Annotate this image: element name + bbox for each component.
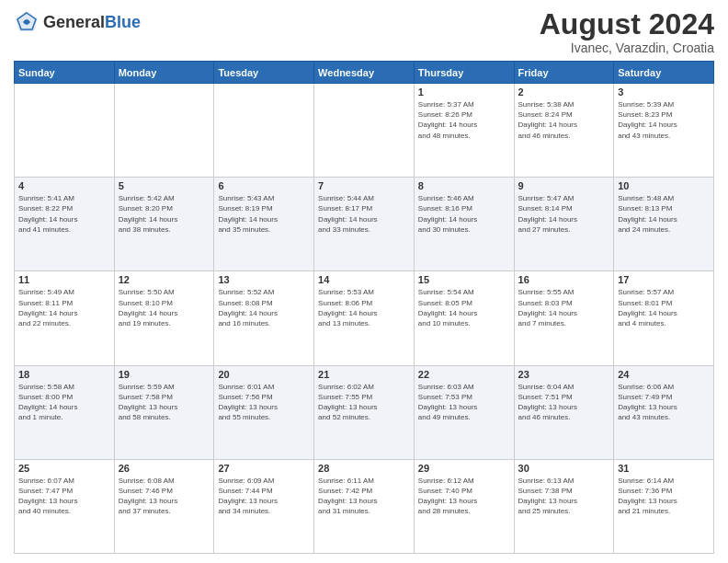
day-info-11: Sunrise: 5:49 AM Sunset: 8:11 PM Dayligh… <box>18 287 110 328</box>
calendar-cell-w1-d2 <box>114 84 214 178</box>
calendar-cell-w2-d7: 10Sunrise: 5:48 AM Sunset: 8:13 PM Dayli… <box>614 178 714 271</box>
day-number-3: 3 <box>618 86 710 98</box>
day-info-25: Sunrise: 6:07 AM Sunset: 7:47 PM Dayligh… <box>18 476 110 517</box>
day-number-16: 16 <box>518 274 610 285</box>
title-month: August 2024 <box>540 9 714 39</box>
day-info-6: Sunrise: 5:43 AM Sunset: 8:19 PM Dayligh… <box>218 193 310 235</box>
day-info-9: Sunrise: 5:47 AM Sunset: 8:14 PM Dayligh… <box>518 193 610 235</box>
header-saturday: Saturday <box>614 62 714 84</box>
day-info-29: Sunrise: 6:12 AM Sunset: 7:40 PM Dayligh… <box>418 476 510 517</box>
day-info-7: Sunrise: 5:44 AM Sunset: 8:17 PM Dayligh… <box>318 193 410 235</box>
week-row-5: 25Sunrise: 6:07 AM Sunset: 7:47 PM Dayli… <box>15 459 714 553</box>
calendar-table: Sunday Monday Tuesday Wednesday Thursday… <box>14 61 714 554</box>
day-info-10: Sunrise: 5:48 AM Sunset: 8:13 PM Dayligh… <box>618 193 710 235</box>
day-number-4: 4 <box>18 180 110 191</box>
calendar-cell-w2-d4: 7Sunrise: 5:44 AM Sunset: 8:17 PM Daylig… <box>314 178 415 271</box>
day-info-12: Sunrise: 5:50 AM Sunset: 8:10 PM Dayligh… <box>119 287 210 328</box>
header-monday: Monday <box>114 62 214 84</box>
calendar-cell-w1-d5: 1Sunrise: 5:37 AM Sunset: 8:26 PM Daylig… <box>414 84 514 178</box>
calendar-cell-w3-d4: 14Sunrise: 5:53 AM Sunset: 8:06 PM Dayli… <box>314 271 415 365</box>
day-info-13: Sunrise: 5:52 AM Sunset: 8:08 PM Dayligh… <box>218 287 310 328</box>
day-number-24: 24 <box>618 369 710 380</box>
calendar-cell-w5-d7: 31Sunrise: 6:14 AM Sunset: 7:36 PM Dayli… <box>614 459 714 553</box>
day-number-8: 8 <box>418 180 510 191</box>
header-friday: Friday <box>514 62 614 84</box>
calendar-cell-w3-d7: 17Sunrise: 5:57 AM Sunset: 8:01 PM Dayli… <box>614 271 714 365</box>
day-info-4: Sunrise: 5:41 AM Sunset: 8:22 PM Dayligh… <box>18 193 110 235</box>
day-info-15: Sunrise: 5:54 AM Sunset: 8:05 PM Dayligh… <box>418 287 510 328</box>
day-number-5: 5 <box>119 180 210 191</box>
calendar-cell-w2-d5: 8Sunrise: 5:46 AM Sunset: 8:16 PM Daylig… <box>414 178 514 271</box>
title-location: Ivanec, Varazdin, Croatia <box>540 40 714 55</box>
day-info-18: Sunrise: 5:58 AM Sunset: 8:00 PM Dayligh… <box>18 382 110 423</box>
day-info-31: Sunrise: 6:14 AM Sunset: 7:36 PM Dayligh… <box>618 476 710 517</box>
calendar-cell-w5-d1: 25Sunrise: 6:07 AM Sunset: 7:47 PM Dayli… <box>15 459 115 553</box>
day-info-3: Sunrise: 5:39 AM Sunset: 8:23 PM Dayligh… <box>618 99 710 141</box>
day-info-30: Sunrise: 6:13 AM Sunset: 7:38 PM Dayligh… <box>518 476 610 517</box>
weekday-header-row: Sunday Monday Tuesday Wednesday Thursday… <box>15 62 714 84</box>
day-info-2: Sunrise: 5:38 AM Sunset: 8:24 PM Dayligh… <box>518 99 610 141</box>
day-number-10: 10 <box>618 180 710 191</box>
day-info-5: Sunrise: 5:42 AM Sunset: 8:20 PM Dayligh… <box>119 193 210 235</box>
header-tuesday: Tuesday <box>214 62 314 84</box>
calendar-cell-w1-d6: 2Sunrise: 5:38 AM Sunset: 8:24 PM Daylig… <box>514 84 614 178</box>
day-number-23: 23 <box>518 369 610 380</box>
calendar-cell-w5-d6: 30Sunrise: 6:13 AM Sunset: 7:38 PM Dayli… <box>514 459 614 553</box>
calendar-cell-w4-d3: 20Sunrise: 6:01 AM Sunset: 7:56 PM Dayli… <box>214 365 314 459</box>
calendar-cell-w2-d2: 5Sunrise: 5:42 AM Sunset: 8:20 PM Daylig… <box>114 178 214 271</box>
day-number-11: 11 <box>18 274 110 285</box>
day-number-27: 27 <box>218 463 310 474</box>
calendar-cell-w1-d3 <box>214 84 314 178</box>
day-number-15: 15 <box>418 274 510 285</box>
calendar-cell-w3-d3: 13Sunrise: 5:52 AM Sunset: 8:08 PM Dayli… <box>214 271 314 365</box>
day-number-7: 7 <box>318 180 410 191</box>
day-number-22: 22 <box>418 369 510 380</box>
day-number-29: 29 <box>418 463 510 474</box>
week-row-2: 4Sunrise: 5:41 AM Sunset: 8:22 PM Daylig… <box>15 178 714 271</box>
calendar-cell-w2-d3: 6Sunrise: 5:43 AM Sunset: 8:19 PM Daylig… <box>214 178 314 271</box>
header-wednesday: Wednesday <box>314 62 415 84</box>
calendar-cell-w3-d5: 15Sunrise: 5:54 AM Sunset: 8:05 PM Dayli… <box>414 271 514 365</box>
day-number-2: 2 <box>518 86 610 98</box>
calendar-cell-w4-d1: 18Sunrise: 5:58 AM Sunset: 8:00 PM Dayli… <box>15 365 115 459</box>
calendar-cell-w5-d2: 26Sunrise: 6:08 AM Sunset: 7:46 PM Dayli… <box>114 459 214 553</box>
day-number-21: 21 <box>318 369 410 380</box>
week-row-4: 18Sunrise: 5:58 AM Sunset: 8:00 PM Dayli… <box>15 365 714 459</box>
day-number-17: 17 <box>618 274 710 285</box>
day-info-19: Sunrise: 5:59 AM Sunset: 7:58 PM Dayligh… <box>119 382 210 423</box>
calendar-cell-w4-d2: 19Sunrise: 5:59 AM Sunset: 7:58 PM Dayli… <box>114 365 214 459</box>
calendar-cell-w4-d7: 24Sunrise: 6:06 AM Sunset: 7:49 PM Dayli… <box>614 365 714 459</box>
calendar-cell-w4-d6: 23Sunrise: 6:04 AM Sunset: 7:51 PM Dayli… <box>514 365 614 459</box>
calendar-cell-w5-d4: 28Sunrise: 6:11 AM Sunset: 7:42 PM Dayli… <box>314 459 415 553</box>
day-info-22: Sunrise: 6:03 AM Sunset: 7:53 PM Dayligh… <box>418 382 510 423</box>
calendar-cell-w2-d1: 4Sunrise: 5:41 AM Sunset: 8:22 PM Daylig… <box>15 178 115 271</box>
calendar-cell-w3-d2: 12Sunrise: 5:50 AM Sunset: 8:10 PM Dayli… <box>114 271 214 365</box>
logo-text: GeneralBlue <box>43 14 141 30</box>
calendar-cell-w3-d6: 16Sunrise: 5:55 AM Sunset: 8:03 PM Dayli… <box>514 271 614 365</box>
day-number-1: 1 <box>418 86 510 98</box>
day-info-1: Sunrise: 5:37 AM Sunset: 8:26 PM Dayligh… <box>418 99 510 141</box>
day-info-24: Sunrise: 6:06 AM Sunset: 7:49 PM Dayligh… <box>618 382 710 423</box>
day-number-20: 20 <box>218 369 310 380</box>
day-info-17: Sunrise: 5:57 AM Sunset: 8:01 PM Dayligh… <box>618 287 710 328</box>
day-number-14: 14 <box>318 274 410 285</box>
day-info-27: Sunrise: 6:09 AM Sunset: 7:44 PM Dayligh… <box>218 476 310 517</box>
logo: GeneralBlue <box>14 9 141 35</box>
week-row-1: 1Sunrise: 5:37 AM Sunset: 8:26 PM Daylig… <box>15 84 714 178</box>
day-number-31: 31 <box>618 463 710 474</box>
calendar-cell-w5-d5: 29Sunrise: 6:12 AM Sunset: 7:40 PM Dayli… <box>414 459 514 553</box>
page: GeneralBlue August 2024 Ivanec, Varazdin… <box>0 0 728 563</box>
day-info-26: Sunrise: 6:08 AM Sunset: 7:46 PM Dayligh… <box>119 476 210 517</box>
logo-icon <box>14 9 40 35</box>
header-sunday: Sunday <box>15 62 115 84</box>
calendar-cell-w2-d6: 9Sunrise: 5:47 AM Sunset: 8:14 PM Daylig… <box>514 178 614 271</box>
day-number-9: 9 <box>518 180 610 191</box>
day-info-23: Sunrise: 6:04 AM Sunset: 7:51 PM Dayligh… <box>518 382 610 423</box>
title-block: August 2024 Ivanec, Varazdin, Croatia <box>540 9 714 55</box>
day-number-30: 30 <box>518 463 610 474</box>
header-thursday: Thursday <box>414 62 514 84</box>
day-number-6: 6 <box>218 180 310 191</box>
day-number-25: 25 <box>18 463 110 474</box>
day-number-26: 26 <box>119 463 210 474</box>
calendar-cell-w1-d4 <box>314 84 415 178</box>
